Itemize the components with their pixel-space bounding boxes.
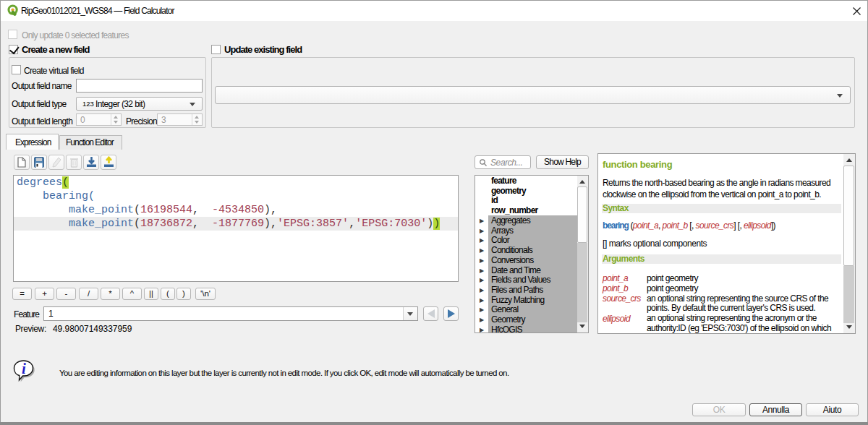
svg-text:i: i: [22, 360, 26, 377]
